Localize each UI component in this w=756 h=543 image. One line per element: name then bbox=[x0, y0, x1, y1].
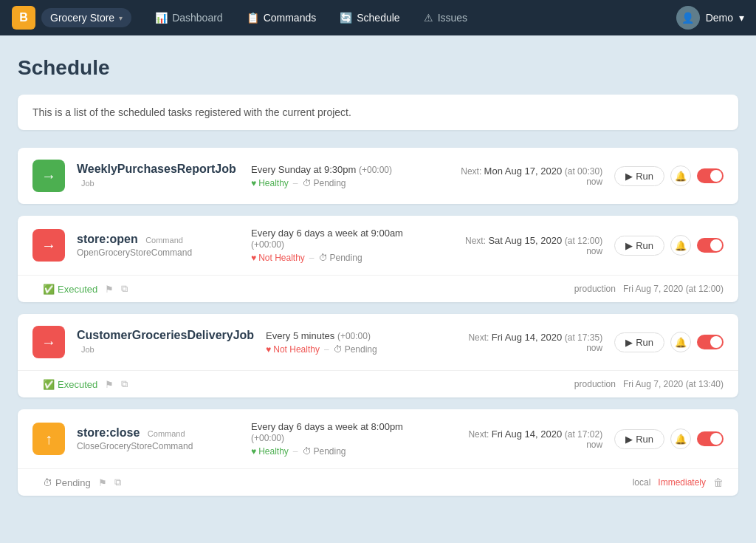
info-box: This is a list of the scheduled tasks re… bbox=[18, 95, 738, 130]
mute-button-3[interactable]: 🔔 bbox=[670, 332, 691, 352]
mute-button-1[interactable]: 🔔 bbox=[670, 165, 691, 186]
job-name-section-2: store:open Command OpenGroceryStoreComma… bbox=[77, 233, 239, 258]
job-schedule-4: Every day 6 days a week at 8:00pm (+00:0… bbox=[251, 421, 428, 457]
status-not-healthy-3: ♥ Not Healthy bbox=[266, 344, 320, 355]
sub-date-2: Fri Aug 7, 2020 (at 12:00) bbox=[623, 284, 724, 294]
run-button-1[interactable]: ▶ Run bbox=[614, 166, 664, 186]
status-healthy-4: ♥ Healthy bbox=[251, 446, 289, 457]
play-icon: ▶ bbox=[625, 171, 633, 182]
job-name-section-3: CustomerGroceriesDeliveryJob Job bbox=[77, 329, 254, 355]
schedule-card-job4: ↑ store:close Command CloseGroceryStoreC… bbox=[18, 409, 738, 496]
nav-schedule[interactable]: 🔄 Schedule bbox=[331, 7, 408, 28]
sub-icon-flag-4[interactable]: ⚑ bbox=[98, 477, 107, 488]
toggle-4[interactable] bbox=[697, 431, 724, 446]
job-icon-1: → bbox=[32, 160, 65, 192]
schedule-icon: 🔄 bbox=[340, 12, 352, 24]
play-icon-3: ▶ bbox=[625, 337, 633, 348]
user-menu[interactable]: 👤 Demo ▾ bbox=[676, 6, 744, 30]
schedule-card-row-2: → store:open Command OpenGroceryStoreCom… bbox=[18, 216, 738, 275]
run-button-4[interactable]: ▶ Run bbox=[614, 429, 664, 449]
job-name-section-4: store:close Command CloseGroceryStoreCom… bbox=[77, 426, 239, 451]
pending-badge-4: ⏱ Pending bbox=[43, 477, 91, 488]
job-name-section-1: WeeklyPurchasesReportJob Job bbox=[77, 163, 239, 189]
project-selector[interactable]: Grocery Store ▾ bbox=[41, 8, 131, 27]
play-icon-2: ▶ bbox=[625, 240, 633, 251]
main-content: Schedule This is a list of the scheduled… bbox=[0, 35, 756, 528]
executed-badge-3: ✅ Executed bbox=[43, 379, 97, 390]
user-caret: ▾ bbox=[739, 12, 744, 24]
mute-button-2[interactable]: 🔔 bbox=[670, 235, 691, 256]
issues-icon: ⚠ bbox=[424, 12, 433, 24]
sub-icon-copy-2[interactable]: ⧉ bbox=[121, 283, 128, 295]
job-actions-3: ▶ Run 🔔 bbox=[614, 332, 724, 352]
sub-env-4: local bbox=[633, 477, 651, 488]
project-name: Grocery Store bbox=[50, 12, 114, 24]
play-icon-4: ▶ bbox=[625, 434, 633, 445]
status-pending-1: ⏱ Pending bbox=[303, 178, 346, 188]
toggle-2[interactable] bbox=[697, 238, 724, 253]
schedule-card-job1: → WeeklyPurchasesReportJob Job Every Sun… bbox=[18, 148, 738, 204]
nav-commands[interactable]: 📋 Commands bbox=[238, 7, 326, 28]
dashboard-icon: 📊 bbox=[155, 12, 168, 24]
job-next-4: Next: Fri Aug 14, 2020 (at 17:02) now bbox=[440, 428, 602, 450]
status-pending-3: ⏱ Pending bbox=[334, 344, 377, 355]
sub-icon-copy-4[interactable]: ⧉ bbox=[114, 477, 121, 488]
sub-row-job4: ⏱ Pending ⚑ ⧉ local Immediately 🗑 bbox=[18, 468, 738, 496]
job-actions-1: ▶ Run 🔔 bbox=[614, 165, 724, 186]
user-label: Demo bbox=[706, 12, 733, 24]
run-button-3[interactable]: ▶ Run bbox=[614, 332, 664, 352]
sub-env-2: production bbox=[574, 284, 616, 294]
job-actions-4: ▶ Run 🔔 bbox=[614, 428, 724, 449]
status-healthy-1: ♥ Healthy bbox=[251, 178, 289, 188]
status-not-healthy-2: ♥ Not Healthy bbox=[251, 253, 305, 263]
sub-icon-trash-4[interactable]: 🗑 bbox=[713, 477, 724, 488]
navbar: B Grocery Store ▾ 📊 Dashboard 📋 Commands… bbox=[0, 0, 756, 35]
executed-badge-2: ✅ Executed bbox=[43, 284, 97, 295]
nav-issues[interactable]: ⚠ Issues bbox=[415, 7, 476, 28]
sub-row-job2: ✅ Executed ⚑ ⧉ production Fri Aug 7, 202… bbox=[18, 275, 738, 302]
avatar: 👤 bbox=[676, 6, 700, 30]
job-icon-4: ↑ bbox=[32, 423, 65, 455]
commands-icon: 📋 bbox=[247, 12, 259, 24]
mute-button-4[interactable]: 🔔 bbox=[670, 428, 691, 449]
schedule-card-row-3: → CustomerGroceriesDeliveryJob Job Every… bbox=[18, 314, 738, 370]
nav-dashboard[interactable]: 📊 Dashboard bbox=[146, 7, 232, 28]
job-schedule-1: Every Sunday at 9:30pm (+00:00) ♥ Health… bbox=[251, 164, 428, 188]
sub-row-job3: ✅ Executed ⚑ ⧉ production Fri Aug 7, 202… bbox=[18, 370, 738, 397]
job-next-2: Next: Sat Aug 15, 2020 (at 12:00) now bbox=[440, 235, 602, 256]
job-name-1: WeeklyPurchasesReportJob Job bbox=[77, 163, 239, 189]
job-actions-2: ▶ Run 🔔 bbox=[614, 235, 724, 256]
job-schedule-3: Every 5 minutes (+00:00) ♥ Not Healthy –… bbox=[266, 330, 428, 355]
toggle-3[interactable] bbox=[697, 335, 724, 349]
status-pending-2: ⏱ Pending bbox=[319, 253, 362, 263]
sub-date-3: Fri Aug 7, 2020 (at 13:40) bbox=[623, 379, 724, 389]
schedule-card-job3: → CustomerGroceriesDeliveryJob Job Every… bbox=[18, 314, 738, 397]
job-next-1: Next: Mon Aug 17, 2020 (at 00:30) now bbox=[440, 165, 602, 187]
sub-env-3: production bbox=[574, 379, 616, 389]
page-title: Schedule bbox=[18, 56, 738, 80]
schedule-card-job2: → store:open Command OpenGroceryStoreCom… bbox=[18, 216, 738, 302]
schedule-card-row-4: ↑ store:close Command CloseGroceryStoreC… bbox=[18, 409, 738, 468]
status-pending-4: ⏱ Pending bbox=[303, 446, 346, 457]
run-button-2[interactable]: ▶ Run bbox=[614, 236, 664, 256]
sub-icon-copy-3[interactable]: ⧉ bbox=[121, 378, 128, 390]
job-schedule-2: Every day 6 days a week at 9:00am (+00:0… bbox=[251, 228, 428, 263]
toggle-1[interactable] bbox=[697, 168, 724, 183]
job-icon-3: → bbox=[32, 326, 65, 358]
schedule-card-row: → WeeklyPurchasesReportJob Job Every Sun… bbox=[18, 148, 738, 204]
sub-icon-flag-2[interactable]: ⚑ bbox=[105, 284, 114, 295]
app-logo: B bbox=[12, 6, 35, 30]
sub-icon-flag-3[interactable]: ⚑ bbox=[105, 379, 114, 390]
job-icon-2: → bbox=[32, 229, 65, 262]
project-caret: ▾ bbox=[119, 14, 123, 22]
job-next-3: Next: Fri Aug 14, 2020 (at 17:35) now bbox=[440, 332, 602, 353]
sub-date-4: Immediately bbox=[658, 477, 706, 488]
